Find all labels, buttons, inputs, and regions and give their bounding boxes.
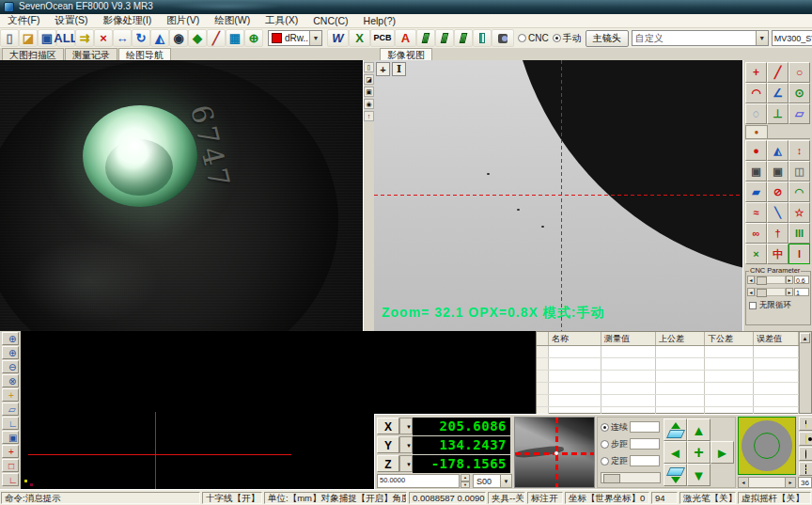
- workspace-tab[interactable]: 测量记录: [65, 48, 117, 61]
- ring-light-selector[interactable]: [738, 417, 796, 475]
- param1-right-arrow[interactable]: ►: [786, 276, 793, 284]
- zoom-window-icon[interactable]: ⊕: [2, 332, 19, 345]
- param2-left-arrow[interactable]: ◄: [747, 288, 755, 296]
- capture-2-tool-icon[interactable]: ▣: [767, 161, 789, 181]
- ellipse-tool-icon[interactable]: ◌: [745, 103, 767, 124]
- export-excel-button[interactable]: X: [349, 29, 370, 47]
- axis-zero-button[interactable]: Z: [377, 455, 399, 472]
- gear-circle-tool-icon[interactable]: ⊙: [789, 83, 810, 103]
- device-combo[interactable]: MV300_SV2000F ▼: [772, 30, 812, 46]
- snapshot-icon[interactable]: ◉: [364, 99, 374, 109]
- menu-item[interactable]: CNC(C): [305, 15, 355, 26]
- pan-hand-icon[interactable]: +: [2, 388, 19, 402]
- menu-item[interactable]: Help(?): [356, 15, 403, 26]
- workspace-tab[interactable]: 绘图导航: [118, 48, 171, 61]
- annotate-text-button[interactable]: A: [395, 29, 416, 47]
- tool-sub-tab[interactable]: ●: [745, 125, 768, 138]
- motion-mode-radio[interactable]: [601, 440, 609, 449]
- scroll-left-icon[interactable]: ◄: [739, 478, 749, 487]
- motion-mode-radio[interactable]: [601, 457, 609, 466]
- trace-arc-tool-icon[interactable]: ◠: [789, 181, 810, 202]
- jog-x-plus-button[interactable]: ►: [710, 441, 734, 464]
- array-grid-icon[interactable]: ▦: [226, 29, 244, 47]
- export-word-button[interactable]: W: [327, 29, 349, 47]
- jog-x-minus-button[interactable]: ◄: [664, 441, 687, 464]
- main-lens-button[interactable]: 主镜头: [586, 30, 629, 47]
- blend-circles-icon[interactable]: ◉: [169, 29, 188, 47]
- fit-all-icon[interactable]: ALL: [56, 29, 75, 47]
- scroll-up-icon[interactable]: ▲: [800, 333, 810, 343]
- plane-height-tool-icon[interactable]: ◭: [767, 140, 789, 161]
- measure-plane-3-icon[interactable]: [454, 29, 473, 47]
- jog-z-down-button[interactable]: [664, 464, 687, 486]
- spin-up-icon[interactable]: ▲: [461, 474, 470, 481]
- menu-item[interactable]: 影像处理(I): [95, 14, 159, 27]
- table-column-header[interactable]: 名称: [549, 332, 601, 345]
- right-camera-view[interactable]: + I Zoom= 32.1 OPX=0.8X 模式:手动: [374, 60, 742, 331]
- workspace-tab[interactable]: 大图扫描区: [2, 48, 64, 61]
- beam-tool-button[interactable]: I: [392, 62, 406, 76]
- zoom-in-icon[interactable]: ⊕: [2, 346, 19, 359]
- fit-width-icon[interactable]: ↔: [113, 29, 132, 47]
- axis-zero-button[interactable]: Y: [377, 436, 399, 453]
- table-column-header[interactable]: 上公差: [656, 332, 705, 345]
- menu-item[interactable]: 文件(F): [0, 14, 47, 27]
- light-intensity-scrollbar[interactable]: ◄ ►: [738, 477, 796, 488]
- move-cross-icon[interactable]: +: [2, 445, 19, 458]
- view-plane-icon[interactable]: ▱: [2, 402, 19, 416]
- zoom-out-icon[interactable]: ⊖: [2, 360, 19, 373]
- step-distance-field[interactable]: 50.0000: [377, 474, 460, 488]
- table-column-header[interactable]: 下公差: [705, 332, 754, 345]
- menu-item[interactable]: 设置(S): [47, 14, 95, 27]
- table-row[interactable]: [537, 358, 811, 371]
- page-icon[interactable]: ▯: [364, 62, 374, 72]
- manual-radio[interactable]: [553, 34, 561, 42]
- light-mode-1-icon[interactable]: [799, 417, 812, 431]
- axis-zero-button[interactable]: X: [377, 418, 399, 434]
- chevron-down-icon[interactable]: ▼: [500, 475, 511, 487]
- table-scrollbar[interactable]: ▲: [799, 332, 811, 413]
- arrow-up-icon[interactable]: ↑: [364, 111, 374, 121]
- jog-center-button[interactable]: +: [687, 441, 710, 464]
- plane-tool-icon[interactable]: ▱: [789, 103, 810, 124]
- folder-icon[interactable]: ◪: [364, 74, 374, 85]
- x-step-input[interactable]: [630, 421, 660, 433]
- scroll-right-icon[interactable]: ►: [785, 478, 795, 487]
- save-canvas-icon[interactable]: ▣: [2, 431, 19, 444]
- infinite-loop-checkbox[interactable]: [749, 302, 757, 309]
- table-row[interactable]: [537, 346, 811, 358]
- transfer-icon[interactable]: ⇉: [75, 29, 94, 47]
- center-tool-icon[interactable]: 中: [767, 244, 789, 264]
- rotate-icon[interactable]: ↻: [132, 29, 150, 47]
- light-mode-2-icon[interactable]: [799, 432, 812, 446]
- run-stop-tool-icon[interactable]: I: [789, 244, 810, 264]
- height-tool-icon[interactable]: ↕: [789, 140, 810, 161]
- open-folder-icon[interactable]: ◪: [19, 29, 38, 47]
- circle-tool-icon[interactable]: ○: [789, 62, 810, 83]
- pointer-ellipse-tool-icon[interactable]: ⊘: [767, 181, 789, 202]
- param2-slider[interactable]: [755, 288, 786, 296]
- layer-color-combo[interactable]: dRw.. ▼: [268, 30, 322, 46]
- menu-item[interactable]: 图片(V): [159, 14, 207, 27]
- left-camera-view[interactable]: 6747: [0, 60, 363, 331]
- motion-mode-radio[interactable]: [601, 423, 609, 432]
- move-target-icon[interactable]: ⊕: [244, 29, 263, 47]
- exit-cross-tool-icon[interactable]: ×: [745, 244, 767, 264]
- light-mode-3-icon[interactable]: [799, 447, 812, 461]
- table-column-header[interactable]: 误差值: [754, 332, 799, 345]
- line-draw-icon[interactable]: ╱: [207, 29, 226, 47]
- focus-point-tool-icon[interactable]: ●: [745, 140, 767, 161]
- combine-tool-icon[interactable]: ∞: [745, 223, 767, 244]
- curve-tool-icon[interactable]: ≈: [745, 202, 767, 223]
- rect-select-icon[interactable]: □: [2, 459, 19, 472]
- param1-slider[interactable]: [755, 276, 786, 284]
- chevron-down-icon[interactable]: ▼: [399, 436, 413, 453]
- star-path-tool-icon[interactable]: ☆: [789, 202, 810, 223]
- jog-z-up-button[interactable]: [664, 418, 687, 441]
- measure-plane-1-icon[interactable]: [416, 29, 435, 47]
- capture-1-tool-icon[interactable]: ▣: [745, 161, 767, 181]
- y-step-input[interactable]: [630, 438, 660, 450]
- param1-thumb[interactable]: [757, 276, 767, 285]
- spin-down-icon[interactable]: ▼: [461, 481, 470, 489]
- camera-capture-icon[interactable]: [492, 29, 514, 47]
